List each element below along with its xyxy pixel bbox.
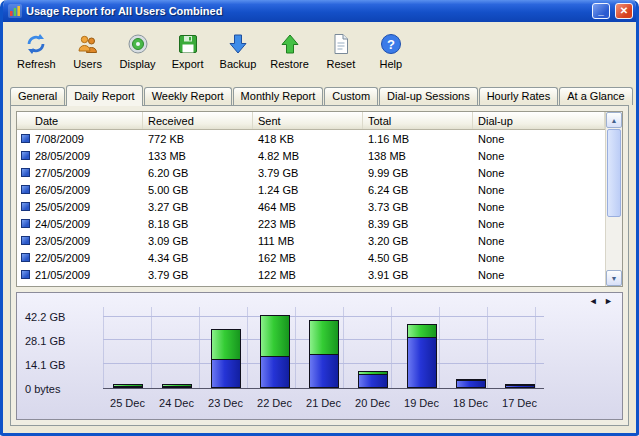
y-axis-tick-label: 28.1 GB — [25, 335, 65, 347]
tab-hourly-rates[interactable]: Hourly Rates — [479, 87, 559, 105]
cell-total: 9.99 GB — [363, 167, 473, 179]
column-header-date[interactable]: Date — [17, 112, 143, 129]
tab-dialup-sessions[interactable]: Dial-up Sessions — [379, 87, 478, 105]
x-axis-tick-label: 20 Dec — [348, 397, 397, 412]
restore-button[interactable]: Restore — [266, 28, 313, 73]
app-window: Usage Report for All Users Combined _ ✕ … — [0, 0, 639, 436]
toolbar-label: Export — [172, 58, 204, 70]
restore-icon — [277, 31, 303, 57]
cell-sent: 3.79 GB — [253, 167, 363, 179]
cell-total: 3.20 GB — [363, 235, 473, 247]
bar-segment-blue — [407, 337, 437, 388]
cell-date: 28/05/2009 — [35, 150, 90, 162]
tab-monthly-report[interactable]: Monthly Report — [233, 87, 324, 105]
toolbar-label: Help — [380, 58, 403, 70]
column-header-dialup[interactable]: Dial-up — [473, 112, 605, 129]
x-axis-tick-label: 23 Dec — [201, 397, 250, 412]
cell-sent: 1.24 GB — [253, 184, 363, 196]
table-row[interactable]: 7/08/2009 772 KB 418 KB 1.16 MB None — [17, 130, 605, 147]
refresh-icon — [23, 31, 49, 57]
bar-23-dec — [211, 307, 241, 388]
cell-total: 4.50 GB — [363, 252, 473, 264]
tab-at-a-glance[interactable]: At a Glance — [559, 87, 632, 105]
cell-received: 133 MB — [143, 150, 253, 162]
table-row[interactable]: 27/05/2009 6.20 GB 3.79 GB 9.99 GB None — [17, 164, 605, 181]
table-row[interactable]: 25/05/2009 3.27 GB 464 MB 3.73 GB None — [17, 198, 605, 215]
cell-date: 25/05/2009 — [35, 201, 90, 213]
vertical-scrollbar[interactable]: ▲ ▼ — [605, 112, 622, 286]
bar-segment-blue — [113, 386, 143, 388]
bar-segment-green — [260, 315, 290, 356]
tab-daily-report[interactable]: Daily Report — [66, 85, 143, 106]
cell-sent: 122 MB — [253, 269, 363, 281]
help-icon: ? — [378, 31, 404, 57]
chart-y-axis: 42.2 GB28.1 GB14.1 GB0 bytes — [25, 307, 97, 389]
bar-21-dec — [309, 307, 339, 388]
scroll-up-button[interactable]: ▲ — [606, 112, 622, 128]
display-button[interactable]: Display — [116, 28, 160, 73]
cell-received: 3.79 GB — [143, 269, 253, 281]
chart-prev-button[interactable]: ◄ — [587, 296, 600, 306]
refresh-button[interactable]: Refresh — [13, 28, 60, 73]
cell-date: 23/05/2009 — [35, 235, 90, 247]
cell-dialup: None — [473, 201, 605, 213]
window-title: Usage Report for All Users Combined — [26, 5, 588, 17]
x-axis-tick-label: 21 Dec — [299, 397, 348, 412]
chart-next-button[interactable]: ► — [602, 296, 615, 306]
x-axis-tick-label: 24 Dec — [152, 397, 201, 412]
cell-sent: 4.82 MB — [253, 150, 363, 162]
cell-date: 27/05/2009 — [35, 167, 90, 179]
minimize-button[interactable]: _ — [592, 3, 610, 19]
scroll-thumb[interactable] — [607, 129, 621, 217]
cell-dialup: None — [473, 269, 605, 281]
help-button[interactable]: ? Help — [369, 28, 413, 73]
close-button[interactable]: ✕ — [615, 3, 633, 19]
tab-weekly-report[interactable]: Weekly Report — [144, 87, 232, 105]
backup-button[interactable]: Backup — [216, 28, 261, 73]
toolbar-label: Reset — [326, 58, 355, 70]
bar-segment-green — [407, 324, 437, 338]
display-icon — [125, 31, 151, 57]
export-icon — [175, 31, 201, 57]
bar-segment-blue — [358, 374, 388, 388]
usage-chart: ◄ ► 42.2 GB28.1 GB14.1 GB0 bytes 25 Dec2… — [16, 292, 623, 420]
table-row[interactable]: 26/05/2009 5.00 GB 1.24 GB 6.24 GB None — [17, 181, 605, 198]
column-header-total[interactable]: Total — [363, 112, 473, 129]
export-button[interactable]: Export — [166, 28, 210, 73]
cell-total: 6.24 GB — [363, 184, 473, 196]
toolbar: Refresh Users Display — [3, 22, 636, 82]
cell-dialup: None — [473, 184, 605, 196]
bar-segment-blue — [456, 380, 486, 388]
tab-general[interactable]: General — [10, 87, 65, 105]
cell-total: 3.91 GB — [363, 269, 473, 281]
users-button[interactable]: Users — [66, 28, 110, 73]
tab-bar: General Daily Report Weekly Report Month… — [10, 84, 629, 105]
bar-segment-blue — [505, 385, 535, 388]
column-header-sent[interactable]: Sent — [253, 112, 363, 129]
cell-date: 22/05/2009 — [35, 252, 90, 264]
chart-x-axis: 25 Dec24 Dec23 Dec22 Dec21 Dec20 Dec19 D… — [103, 397, 544, 412]
bar-20-dec — [358, 307, 388, 388]
toolbar-label: Users — [73, 58, 102, 70]
reset-button[interactable]: Reset — [319, 28, 363, 73]
bar-segment-blue — [162, 386, 192, 388]
app-icon — [8, 4, 22, 18]
x-axis-tick-label: 17 Dec — [495, 397, 544, 412]
cell-received: 8.18 GB — [143, 218, 253, 230]
scroll-track[interactable] — [606, 128, 622, 270]
day-icon — [21, 253, 30, 262]
x-axis-tick-label: 22 Dec — [250, 397, 299, 412]
table-row[interactable]: 23/05/2009 3.09 GB 111 MB 3.20 GB None — [17, 232, 605, 249]
scroll-down-button[interactable]: ▼ — [606, 270, 622, 286]
cell-sent: 162 MB — [253, 252, 363, 264]
table-row[interactable]: 21/05/2009 3.79 GB 122 MB 3.91 GB None — [17, 266, 605, 283]
toolbar-label: Restore — [270, 58, 309, 70]
table-row[interactable]: 24/05/2009 8.18 GB 223 MB 8.39 GB None — [17, 215, 605, 232]
table-row[interactable]: 28/05/2009 133 MB 4.82 MB 138 MB None — [17, 147, 605, 164]
reset-icon — [328, 31, 354, 57]
tab-custom[interactable]: Custom — [324, 87, 378, 105]
column-header-received[interactable]: Received — [143, 112, 253, 129]
table-row[interactable]: 22/05/2009 4.34 GB 162 MB 4.50 GB None — [17, 249, 605, 266]
cell-total: 1.16 MB — [363, 133, 473, 145]
usage-table: Date Received Sent Total Dial-up 7/08/20… — [16, 111, 623, 287]
